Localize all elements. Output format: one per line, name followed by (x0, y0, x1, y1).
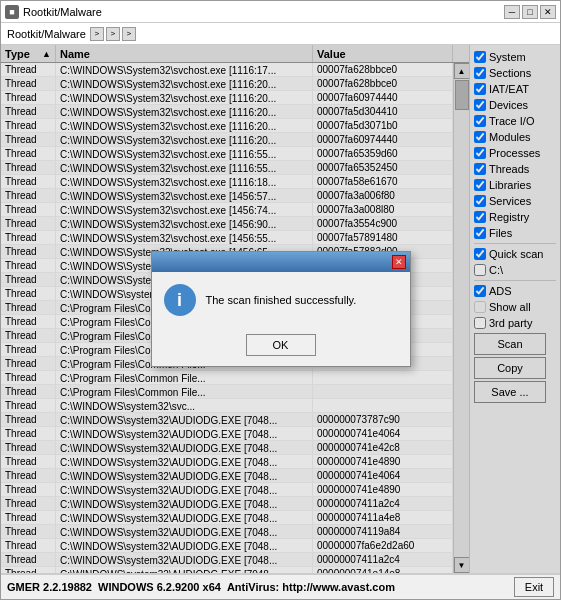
nav-btn-1[interactable]: > (90, 27, 104, 41)
modal-info-icon: i (164, 284, 196, 316)
minimize-button[interactable]: ─ (504, 5, 520, 19)
breadcrumb-nav: > > > (90, 27, 136, 41)
nav-btn-2[interactable]: > (106, 27, 120, 41)
modal-overlay: ✕ i The scan finished successfully. OK (1, 45, 560, 573)
breadcrumb-bar: Rootkit/Malware > > > (1, 23, 560, 45)
maximize-button[interactable]: □ (522, 5, 538, 19)
main-window: ■ Rootkit/Malware ─ □ ✕ Rootkit/Malware … (0, 0, 561, 600)
app-icon: ■ (5, 5, 19, 19)
gmer-version: GMER 2.2.19882 (7, 581, 92, 593)
modal-message: The scan finished successfully. (206, 294, 357, 306)
nav-btn-3[interactable]: > (122, 27, 136, 41)
modal-dialog: ✕ i The scan finished successfully. OK (151, 251, 411, 367)
window-title: Rootkit/Malware (23, 6, 500, 18)
modal-close-button[interactable]: ✕ (392, 255, 406, 269)
title-bar-controls: ─ □ ✕ (504, 5, 556, 19)
os-info: WINDOWS 6.2.9200 x64 (98, 581, 221, 593)
status-bar: GMER 2.2.19882 WINDOWS 6.2.9200 x64 Anti… (1, 573, 560, 599)
breadcrumb-label: Rootkit/Malware (7, 28, 86, 40)
main-area: Type ▲ Name Value ThreadC:\WINDOWS\Syste… (1, 45, 560, 573)
title-bar: ■ Rootkit/Malware ─ □ ✕ (1, 1, 560, 23)
exit-button[interactable]: Exit (514, 577, 554, 597)
modal-footer: OK (152, 328, 410, 366)
antivirus-info: AntiVirus: http://www.avast.com (227, 581, 395, 593)
modal-body: i The scan finished successfully. (152, 272, 410, 328)
modal-ok-button[interactable]: OK (246, 334, 316, 356)
close-button[interactable]: ✕ (540, 5, 556, 19)
modal-title-bar: ✕ (152, 252, 410, 272)
